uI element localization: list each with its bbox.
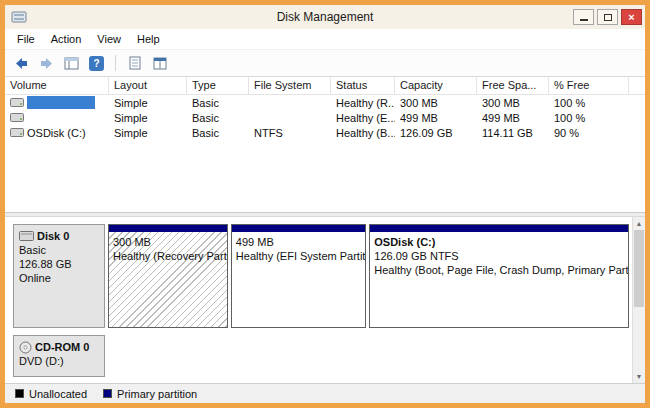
cell-status: Healthy (R...	[331, 97, 395, 109]
main-area: Volume Layout Type File System Status Ca…	[5, 77, 645, 403]
partition-osdisk-c[interactable]: OSDisk (C:) 126.09 GB NTFS Healthy (Boot…	[369, 224, 629, 328]
column-header-file-system[interactable]: File System	[249, 77, 331, 94]
disk0-label[interactable]: Disk 0 Basic 126.88 GB Online	[13, 224, 105, 328]
disk-row-cdrom0: CD-ROM 0 DVD (D:)	[13, 335, 629, 377]
table-row[interactable]: Simple Basic Healthy (E... 499 MB 499 MB…	[5, 110, 645, 125]
volume-name: OSDisk (C:)	[27, 127, 86, 139]
console-tree-icon[interactable]	[63, 55, 80, 71]
window-controls: ×	[573, 9, 642, 25]
legend-item-primary-partition: Primary partition	[103, 388, 197, 400]
toolbar-separator	[115, 55, 116, 71]
back-icon[interactable]	[13, 55, 30, 71]
column-header-type[interactable]: Type	[187, 77, 249, 94]
cell-type: Basic	[187, 97, 249, 109]
disk-kind: Basic	[19, 243, 100, 257]
legend-bar: Unallocated Primary partition	[5, 383, 645, 403]
views-icon[interactable]	[151, 55, 168, 71]
help-icon[interactable]: ?	[88, 55, 105, 71]
scroll-down-icon[interactable]: ▼	[633, 370, 646, 383]
cell-pct-free: 100 %	[549, 97, 629, 109]
partition-title: OSDisk (C:)	[374, 235, 624, 249]
cell-type: Basic	[187, 112, 249, 124]
partition-color-stripe	[232, 225, 365, 232]
cdrom0-label[interactable]: CD-ROM 0 DVD (D:)	[13, 335, 105, 377]
partition-efi[interactable]: 499 MB Healthy (EFI System Partit	[231, 224, 366, 328]
cell-pct-free: 100 %	[549, 112, 629, 124]
cdrom-kind: DVD (D:)	[19, 354, 100, 368]
cdrom-icon	[19, 341, 32, 354]
menu-view[interactable]: View	[89, 30, 129, 48]
disk-status: Online	[19, 271, 100, 285]
partition-status: Healthy (Recovery Parti	[113, 249, 223, 263]
cell-layout: Simple	[109, 127, 187, 139]
cell-type: Basic	[187, 127, 249, 139]
partition-status: Healthy (Boot, Page File, Crash Dump, Pr…	[374, 263, 624, 277]
cell-capacity: 126.09 GB	[395, 127, 477, 139]
column-header-pct-free[interactable]: % Free	[549, 77, 629, 94]
menu-action[interactable]: Action	[43, 30, 90, 48]
column-header-status[interactable]: Status	[331, 77, 395, 94]
column-header-free-space[interactable]: Free Spa...	[477, 77, 549, 94]
partition-size: 300 MB	[113, 235, 223, 249]
volume-list-header: Volume Layout Type File System Status Ca…	[5, 77, 645, 95]
cell-free-space: 114.11 GB	[477, 127, 549, 139]
cell-free-space: 499 MB	[477, 112, 549, 124]
cell-status: Healthy (E...	[331, 112, 395, 124]
cell-capacity: 499 MB	[395, 112, 477, 124]
title-bar[interactable]: Disk Management ×	[5, 5, 645, 29]
column-header-capacity[interactable]: Capacity	[395, 77, 477, 94]
partition-color-stripe	[109, 225, 227, 232]
partition-status: Healthy (EFI System Partit	[236, 249, 361, 263]
legend-item-unallocated: Unallocated	[15, 388, 87, 400]
minimize-button[interactable]	[573, 9, 594, 25]
table-row[interactable]: OSDisk (C:) Simple Basic NTFS Healthy (B…	[5, 125, 645, 140]
close-button[interactable]: ×	[621, 9, 642, 25]
disk-icon	[19, 230, 34, 242]
cell-pct-free: 90 %	[549, 127, 629, 139]
volume-icon	[10, 127, 24, 138]
forward-icon[interactable]	[38, 55, 55, 71]
volume-icon	[10, 112, 24, 123]
volume-list-pane: Volume Layout Type File System Status Ca…	[5, 77, 645, 212]
scrollbar-track[interactable]	[633, 230, 645, 370]
disk-row-disk0: Disk 0 Basic 126.88 GB Online 300 MB Hea…	[13, 224, 629, 328]
primary-partition-swatch	[103, 389, 112, 398]
cdrom-name: CD-ROM 0	[35, 340, 89, 354]
column-header-layout[interactable]: Layout	[109, 77, 187, 94]
maximize-button[interactable]	[597, 9, 618, 25]
cell-status: Healthy (B...	[331, 127, 395, 139]
app-icon	[11, 10, 27, 24]
minimize-icon	[580, 19, 588, 21]
disk-name: Disk 0	[37, 229, 69, 243]
legend-label: Primary partition	[117, 388, 197, 400]
close-icon: ×	[628, 12, 634, 23]
legend-label: Unallocated	[29, 388, 87, 400]
column-header-volume[interactable]: Volume	[5, 77, 109, 94]
menu-bar: File Action View Help	[5, 29, 645, 50]
partition-size: 126.09 GB NTFS	[374, 249, 624, 263]
scroll-up-icon[interactable]: ▲	[633, 217, 646, 230]
maximize-icon	[604, 14, 612, 21]
scrollbar-thumb[interactable]	[634, 230, 644, 307]
menu-file[interactable]: File	[9, 30, 43, 48]
menu-help[interactable]: Help	[129, 30, 168, 48]
partition-recovery[interactable]: 300 MB Healthy (Recovery Parti	[108, 224, 228, 328]
export-list-icon[interactable]	[126, 55, 143, 71]
cell-capacity: 300 MB	[395, 97, 477, 109]
window-title: Disk Management	[5, 10, 645, 24]
partition-size: 499 MB	[236, 235, 361, 249]
volume-icon	[10, 97, 24, 108]
cell-layout: Simple	[109, 112, 187, 124]
selected-volume-highlight	[27, 96, 95, 109]
graphical-view-pane: Disk 0 Basic 126.88 GB Online 300 MB Hea…	[5, 217, 645, 383]
cell-layout: Simple	[109, 97, 187, 109]
toolbar: ?	[5, 50, 645, 77]
disk0-partitions: 300 MB Healthy (Recovery Parti 499 MB He…	[108, 224, 629, 328]
table-row[interactable]: Simple Basic Healthy (R... 300 MB 300 MB…	[5, 95, 645, 110]
disk-management-window: Disk Management × File Action View Help	[0, 0, 650, 408]
cell-free-space: 300 MB	[477, 97, 549, 109]
partition-color-stripe	[370, 225, 628, 232]
column-header-filler	[629, 77, 645, 94]
vertical-scrollbar[interactable]: ▲ ▼	[632, 217, 645, 383]
cell-file-system: NTFS	[249, 127, 331, 139]
